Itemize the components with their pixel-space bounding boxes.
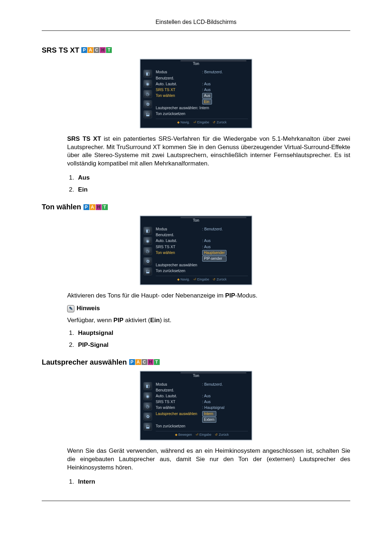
osd-footer-back: Zurück xyxy=(217,120,227,124)
badge-h: H xyxy=(100,47,106,53)
section-body: SRS TS XT ist ein patentiertes SRS-Verfa… xyxy=(67,135,350,168)
osd-option-selected: Ein xyxy=(202,99,212,105)
picture-icon: ◧ xyxy=(143,382,152,390)
pacht-badges: P A C H T xyxy=(81,47,112,53)
osd-option-selected: Intern xyxy=(202,411,216,417)
osd-row-label: SRS TS XT xyxy=(156,87,199,92)
enum-list: Aus Ein xyxy=(76,174,350,194)
osd-row-label: Lautsprecher auswählen xyxy=(156,411,199,423)
input-icon: ⬓ xyxy=(143,267,152,275)
osd-footer: ◆ Bewegen ⏎ Eingabe ↺ Zurück xyxy=(156,431,248,438)
osd-title: Ton xyxy=(140,216,252,225)
badge-t: T xyxy=(154,359,160,365)
note-body: Verfügbar, wenn PIP aktiviert (Ein) ist. xyxy=(67,316,350,325)
osd-row-label: Lautsprecher auswählen xyxy=(156,262,199,267)
pacht-badges: P A H T xyxy=(83,204,108,210)
settings-icon: ✿ xyxy=(143,413,152,420)
badge-p: P xyxy=(83,204,89,210)
osd-screenshot-lautsprecher: Ton ◧ ◉ ◷ ✿ ⬓ Modus: Benutzerd. Benutzer… xyxy=(140,371,252,440)
osd-icon-column: ◧ ◉ ◷ ✿ ⬓ xyxy=(140,68,155,127)
note-icon: ✎ xyxy=(67,305,74,312)
osd-row-label: Ton zurücksetzen xyxy=(156,111,199,116)
section-body: Aktivieren des Tons für die Haupt- oder … xyxy=(67,292,350,300)
osd-row-value: : Aus xyxy=(202,393,211,398)
clock-icon: ◷ xyxy=(143,247,152,255)
osd-option: Aus xyxy=(202,93,212,99)
badge-h: H xyxy=(148,359,154,365)
osd-row-value: : Benutzerd. xyxy=(202,382,223,387)
section-body: Wenn Sie das Gerät verwenden, während es… xyxy=(67,447,350,472)
osd-icon-column: ◧ ◉ ◷ ✿ ⬓ xyxy=(140,381,155,439)
osd-row-label: Ton zurücksetzen xyxy=(156,268,199,273)
osd-footer-back: Zurück xyxy=(217,278,227,281)
osd-row-label: Benutzerd. xyxy=(156,75,199,81)
osd-row-label: SRS TS XT xyxy=(156,399,199,404)
osd-footer-move: Bewegen xyxy=(178,433,192,436)
osd-row-value: : Aus xyxy=(202,87,211,92)
input-icon: ⬓ xyxy=(143,110,152,118)
osd-row-label: Auto. Lautst. xyxy=(156,81,199,86)
sound-icon: ◉ xyxy=(143,80,152,88)
note-label: Hinweis xyxy=(77,304,100,313)
section-lautsprecher-auswaehlen: Lautsprecher auswählen P A C H T Ton ◧ ◉… xyxy=(42,357,350,486)
osd-footer-enter: Eingabe xyxy=(199,433,211,436)
pacht-badges: P A C H T xyxy=(129,359,160,365)
section-title: SRS TS XT P A C H T xyxy=(42,45,350,55)
section-ton-waehlen: Ton wählen P A H T Ton ◧ ◉ ◷ ✿ ⬓ Modus: … xyxy=(42,202,350,349)
badge-t: T xyxy=(102,204,108,210)
osd-footer-nav: Navig. xyxy=(180,278,190,281)
badge-a: A xyxy=(90,204,95,210)
osd-icon-column: ◧ ◉ ◷ ✿ ⬓ xyxy=(140,225,155,284)
osd-row-label: Modus xyxy=(156,226,199,231)
osd-footer: ◆ Navig. ⏎ Eingabe ↺ Zurück xyxy=(156,119,248,125)
list-item: Ein xyxy=(76,186,350,194)
osd-row-label: Modus xyxy=(156,382,199,387)
osd-option-selected: Hauptsender xyxy=(202,250,226,256)
osd-screenshot-ton-waehlen: Ton ◧ ◉ ◷ ✿ ⬓ Modus: Benutzerd. Benutzer… xyxy=(140,216,252,285)
badge-a: A xyxy=(87,47,93,53)
osd-option: Extern xyxy=(202,417,216,423)
osd-footer-enter: Eingabe xyxy=(197,120,209,124)
osd-menu: Modus: Benutzerd. Benutzerd. Auto. Lauts… xyxy=(155,68,252,127)
sound-icon: ◉ xyxy=(143,237,152,245)
osd-row-value: : Aus xyxy=(202,244,211,249)
footer-rule xyxy=(42,501,350,501)
osd-title: Ton xyxy=(140,372,252,381)
osd-row-label: Benutzerd. xyxy=(156,232,199,237)
osd-option: PIP-sender xyxy=(202,256,226,262)
osd-screenshot-srs: Ton ◧ ◉ ◷ ✿ ⬓ Modus: Benutzerd. Benutzer… xyxy=(140,59,252,128)
list-item: Hauptsignal xyxy=(76,329,350,337)
page-header: Einstellen des LCD-Bildschirms xyxy=(42,18,350,31)
note-line: ✎ Hinweis xyxy=(67,304,350,313)
osd-row-label: Benutzerd. xyxy=(156,387,199,393)
osd-row-value: : Benutzerd. xyxy=(202,226,223,231)
osd-row-label: SRS TS XT xyxy=(156,244,199,249)
picture-icon: ◧ xyxy=(143,70,152,78)
list-item: Aus xyxy=(76,174,350,182)
osd-menu: Modus: Benutzerd. Benutzerd. Auto. Lauts… xyxy=(155,381,252,439)
section-title: Ton wählen P A H T xyxy=(42,202,350,212)
section-title-text: Ton wählen xyxy=(42,202,81,212)
badge-p: P xyxy=(129,359,135,365)
clock-icon: ◷ xyxy=(143,402,152,410)
settings-icon: ✿ xyxy=(143,257,152,265)
badge-h: H xyxy=(96,204,102,210)
osd-row-label: Ton zurücksetzen xyxy=(156,423,199,428)
section-title-text: SRS TS XT xyxy=(42,45,79,55)
picture-icon: ◧ xyxy=(143,227,152,235)
osd-row-value: : Aus xyxy=(202,238,211,243)
osd-footer-nav: Navig. xyxy=(180,120,190,124)
enum-list: Intern xyxy=(76,478,350,486)
osd-row-label: Ton wählen xyxy=(156,250,199,262)
list-item: PIP-Signal xyxy=(76,341,350,349)
badge-a: A xyxy=(135,359,141,365)
osd-footer-enter: Eingabe xyxy=(197,278,209,281)
osd-title: Ton xyxy=(140,59,252,69)
osd-row-label: Modus xyxy=(156,69,199,74)
settings-icon: ✿ xyxy=(143,100,152,108)
badge-c: C xyxy=(94,47,99,53)
sound-icon: ◉ xyxy=(143,392,152,400)
clock-icon: ◷ xyxy=(143,90,152,98)
osd-row-label: Ton wählen xyxy=(156,93,199,104)
osd-row-label: Auto. Lautst. xyxy=(156,238,199,243)
